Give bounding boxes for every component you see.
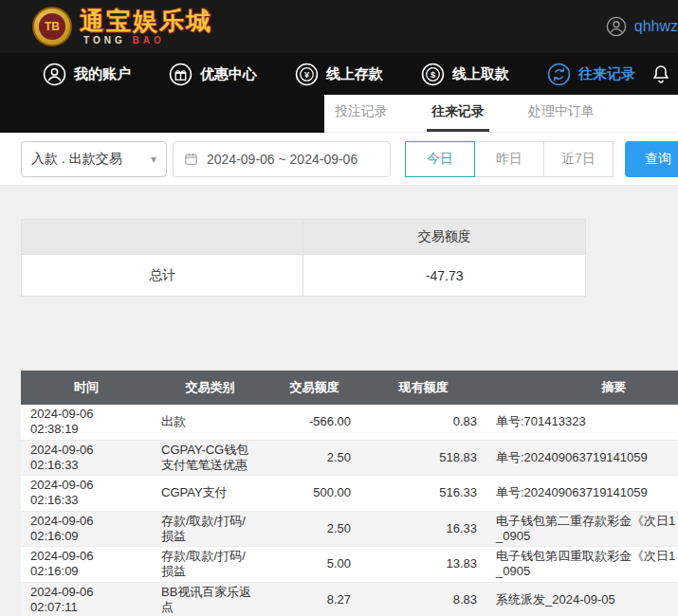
- site-subtitle-tong: TONG: [83, 35, 126, 45]
- nav-item-records[interactable]: 往来记录: [547, 63, 635, 86]
- cell-balance: 8.83: [360, 582, 486, 616]
- date-range-value: 2024-09-06 ~ 2024-09-06: [207, 152, 357, 167]
- content: 交易额度 总计 -47.73 时间 交易类别 交易额度 现有额度 摘要: [0, 186, 678, 616]
- table-row: 2024-09-06 02:16:33 CGPAY-CG钱包 支付笔笔送优惠 2…: [21, 440, 678, 476]
- table-row: 2024-09-06 02:16:09 存款/取款/打码/ 损益 5.00 13…: [21, 547, 678, 583]
- yesterday-button[interactable]: 昨日: [474, 141, 544, 177]
- chevron-down-icon: ▾: [151, 153, 156, 166]
- nav-label: 线上存款: [326, 65, 383, 83]
- site-title: 通宝娱乐城: [80, 9, 212, 33]
- cell-balance: 518.83: [360, 440, 486, 476]
- coin-logo-icon: TB: [32, 7, 72, 46]
- filterbar: 入款 . 出款交易 ▾ 2024-09-06 ~ 2024-09-06 今日 昨…: [0, 133, 678, 186]
- nav-label: 我的账户: [74, 65, 131, 83]
- table-row: 2024-09-06 02:16:09 存款/取款/打码/ 损益 2.50 16…: [21, 511, 678, 547]
- cell-balance: 0.83: [360, 405, 486, 440]
- cell-summary: 单号:202409063719141059: [486, 476, 678, 512]
- cell-time: 2024-09-06 02:38:19: [21, 405, 152, 440]
- logo-text: 通宝娱乐城 TONG BAO: [80, 9, 212, 45]
- topbar: TB 通宝娱乐城 TONG BAO qhhwz: [0, 0, 678, 53]
- nav-item-deposit[interactable]: ¥ 线上存款: [295, 63, 383, 86]
- nav-item-promotions[interactable]: 优惠中心: [169, 63, 257, 86]
- cell-amount: 500.00: [268, 476, 360, 512]
- notification-bell-icon[interactable]: [650, 63, 672, 89]
- col-header-amount: 交易额度: [268, 371, 360, 405]
- cell-summary: 单号:202409063719141059: [486, 440, 678, 476]
- cell-summary: 单号:701413323: [486, 405, 678, 440]
- screen: TB 通宝娱乐城 TONG BAO qhhwz 我的账户 优惠中心 ¥ 线上存款…: [0, 0, 678, 616]
- cell-type: 存款/取款/打码/ 损益: [152, 547, 268, 583]
- summary-header-empty: [22, 220, 303, 255]
- nav-item-withdrawal[interactable]: $ 线上取款: [421, 63, 509, 86]
- account-icon: [43, 63, 66, 86]
- tab-processing-orders[interactable]: 处理中订单: [523, 95, 599, 132]
- svg-text:$: $: [431, 70, 436, 80]
- user-menu[interactable]: qhhwz: [606, 16, 678, 37]
- date-range-picker[interactable]: 2024-09-06 ~ 2024-09-06: [173, 141, 391, 177]
- cell-balance: 16.33: [360, 511, 486, 547]
- summary-total-label: 总计: [22, 255, 303, 297]
- withdraw-icon: $: [421, 63, 445, 86]
- transactions-table: 时间 交易类别 交易额度 现有额度 摘要 2024-09-06 02:38:19…: [21, 371, 678, 616]
- coin-logo-text: TB: [39, 13, 65, 40]
- search-button[interactable]: 查询: [625, 141, 678, 177]
- cell-type: 存款/取款/打码/ 损益: [152, 511, 268, 547]
- table-row: 2024-09-06 02:16:33 CGPAY支付 500.00 516.3…: [21, 476, 678, 512]
- transaction-type-value: 入款 . 出款交易: [31, 151, 122, 168]
- cell-amount: 2.50: [268, 440, 360, 476]
- cell-type: CGPAY支付: [152, 476, 268, 512]
- cell-summary: 电子钱包第二重存款彩金《次日1 _0905: [486, 511, 678, 547]
- nav-label: 线上取款: [452, 65, 509, 83]
- today-button[interactable]: 今日: [405, 141, 475, 177]
- summary-row: 总计 -47.73: [22, 255, 586, 297]
- table-row: 2024-09-06 02:07:11 BB视讯百家乐返 点 8.27 8.83…: [21, 582, 678, 616]
- col-header-time: 时间: [21, 371, 152, 405]
- last7days-button[interactable]: 近7日: [543, 141, 614, 177]
- username: qhhwz: [634, 18, 678, 35]
- transaction-type-select[interactable]: 入款 . 出款交易 ▾: [21, 141, 167, 177]
- site-subtitle-bao: BAO: [133, 35, 165, 45]
- summary-header-amount: 交易额度: [303, 220, 586, 255]
- cell-time: 2024-09-06 02:16:09: [21, 511, 152, 547]
- cell-amount: 5.00: [268, 547, 360, 583]
- gift-icon: [169, 63, 192, 86]
- calendar-icon: [183, 151, 199, 167]
- tabstrip: 投注记录 往来记录 处理中订单: [0, 95, 678, 133]
- cell-type: 出款: [152, 405, 268, 440]
- site-subtitle: TONG BAO: [80, 36, 212, 45]
- col-header-type: 交易类别: [152, 371, 268, 405]
- cell-type: CGPAY-CG钱包 支付笔笔送优惠: [152, 440, 268, 476]
- table-header-row: 时间 交易类别 交易额度 现有额度 摘要: [21, 371, 678, 405]
- nav-label: 往来记录: [578, 65, 635, 83]
- tab-betting-records[interactable]: 投注记录: [330, 95, 393, 132]
- summary-table: 交易额度 总计 -47.73: [21, 219, 586, 297]
- nav-label: 优惠中心: [200, 65, 257, 83]
- tabstrip-dark-filler: [0, 95, 324, 133]
- quick-range-group: 今日 昨日 近7日: [405, 141, 614, 177]
- cell-time: 2024-09-06 02:07:11: [21, 582, 152, 616]
- nav-item-my-account[interactable]: 我的账户: [43, 63, 131, 86]
- records-icon: [547, 63, 571, 86]
- tabs: 投注记录 往来记录 处理中订单: [324, 95, 599, 132]
- svg-text:¥: ¥: [304, 70, 310, 80]
- cell-time: 2024-09-06 02:16:09: [21, 547, 152, 583]
- cell-summary: 电子钱包第四重取款彩金《次日1 _0905: [486, 547, 678, 583]
- cell-summary: 系统派发_2024-09-05: [486, 582, 678, 616]
- summary-total-value: -47.73: [303, 255, 586, 297]
- cell-balance: 516.33: [360, 476, 486, 512]
- cell-balance: 13.83: [360, 547, 486, 583]
- user-avatar-icon: [606, 16, 627, 37]
- cell-type: BB视讯百家乐返 点: [152, 582, 268, 616]
- tab-transaction-records[interactable]: 往来记录: [427, 95, 489, 132]
- cell-time: 2024-09-06 02:16:33: [21, 476, 152, 512]
- cell-time: 2024-09-06 02:16:33: [21, 440, 152, 476]
- logo[interactable]: TB 通宝娱乐城 TONG BAO: [32, 7, 212, 46]
- main-nav: 我的账户 优惠中心 ¥ 线上存款 $ 线上取款 往来记录: [0, 53, 678, 95]
- cell-amount: 8.27: [268, 582, 360, 616]
- table-row: 2024-09-06 02:38:19 出款 -566.00 0.83 单号:7…: [21, 405, 678, 440]
- col-header-summary: 摘要: [486, 371, 678, 405]
- cell-amount: -566.00: [268, 405, 360, 440]
- deposit-icon: ¥: [295, 63, 319, 86]
- col-header-balance: 现有额度: [360, 371, 486, 405]
- cell-amount: 2.50: [268, 511, 360, 547]
